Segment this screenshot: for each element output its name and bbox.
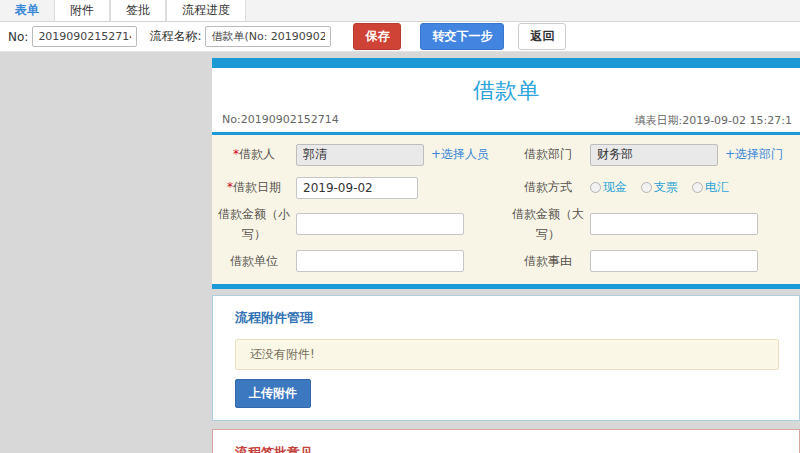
form-right-column: 借款部门 +选择部门 借款方式 现金 支票 电汇 (506, 138, 800, 278)
main-panel: 借款单 No:20190902152714 填表日期:2019-09-02 15… (212, 52, 800, 453)
loan-unit-input[interactable] (296, 250, 464, 272)
form-meta-row: No:20190902152714 填表日期:2019-09-02 15:27:… (212, 111, 800, 132)
form-top-accent-bar (212, 58, 800, 68)
borrower-label: *借款人 (212, 144, 296, 164)
approval-section: 流程签批意见 B I abc (212, 429, 800, 453)
loan-form-grid: *借款人 +选择人员 *借款日期 借款金额（小写） (212, 135, 800, 284)
tab-bar: 表单 附件 签批 流程进度 (0, 0, 800, 22)
select-person-link[interactable]: +选择人员 (431, 146, 489, 163)
content-area: 借款单 No:20190902152714 填表日期:2019-09-02 15… (0, 52, 800, 453)
no-label: No: (8, 30, 28, 44)
borrower-row: *借款人 +选择人员 (212, 138, 506, 171)
loan-reason-input[interactable] (590, 250, 758, 272)
attachment-section-heading: 流程附件管理 (235, 309, 779, 327)
tab-attachments[interactable]: 附件 (54, 0, 110, 21)
loan-reason-label: 借款事由 (506, 251, 590, 271)
loan-unit-label: 借款单位 (212, 251, 296, 271)
process-name-input[interactable] (205, 26, 331, 47)
radio-circle-icon (692, 182, 703, 193)
loan-date-row: *借款日期 (212, 171, 506, 204)
loan-date-input[interactable] (296, 177, 418, 199)
left-gutter (0, 52, 212, 453)
process-name-label: 流程名称: (149, 28, 201, 45)
amount-lower-row: 借款金额（小写） (212, 204, 506, 245)
attachment-section: 流程附件管理 还没有附件! 上传附件 (212, 295, 800, 421)
amount-lower-label: 借款金额（小写） (212, 204, 296, 245)
form-left-column: *借款人 +选择人员 *借款日期 借款金额（小写） (212, 138, 506, 278)
amount-upper-row: 借款金额（大写） (506, 204, 800, 245)
loan-method-label: 借款方式 (506, 177, 590, 197)
form-bottom-accent-bar (212, 284, 800, 289)
page-title: 借款单 (212, 68, 800, 111)
save-button[interactable]: 保存 (353, 23, 401, 50)
forward-next-step-button[interactable]: 转交下一步 (420, 23, 504, 50)
no-input[interactable] (32, 26, 137, 47)
loan-method-row: 借款方式 现金 支票 电汇 (506, 171, 800, 204)
toolbar: No: 流程名称: 保存 转交下一步 返回 (0, 22, 800, 52)
tab-approval[interactable]: 签批 (110, 0, 166, 21)
radio-circle-icon (590, 182, 601, 193)
radio-wire-transfer[interactable]: 电汇 (692, 179, 729, 196)
form-number-text: No:20190902152714 (222, 113, 339, 128)
loan-reason-row: 借款事由 (506, 245, 800, 278)
no-attachment-message: 还没有附件! (235, 339, 779, 370)
form-date-text: 填表日期:2019-09-02 15:27:1 (634, 113, 792, 128)
borrower-input[interactable] (296, 144, 424, 166)
radio-cheque[interactable]: 支票 (641, 179, 678, 196)
tab-progress[interactable]: 流程进度 (166, 0, 246, 21)
loan-date-label: *借款日期 (212, 177, 296, 197)
department-row: 借款部门 +选择部门 (506, 138, 800, 171)
tab-form[interactable]: 表单 (0, 0, 54, 21)
department-label: 借款部门 (506, 144, 590, 164)
loan-form-card: 借款单 No:20190902152714 填表日期:2019-09-02 15… (212, 58, 800, 289)
select-department-link[interactable]: +选择部门 (725, 146, 783, 163)
amount-lower-input[interactable] (296, 213, 464, 235)
radio-circle-icon (641, 182, 652, 193)
radio-cash[interactable]: 现金 (590, 179, 627, 196)
upload-attachment-button[interactable]: 上传附件 (235, 379, 311, 408)
approval-section-heading: 流程签批意见 (235, 444, 779, 453)
back-button[interactable]: 返回 (518, 23, 566, 50)
amount-upper-input[interactable] (590, 213, 758, 235)
loan-unit-row: 借款单位 (212, 245, 506, 278)
department-input[interactable] (590, 144, 718, 166)
amount-upper-label: 借款金额（大写） (506, 204, 590, 245)
